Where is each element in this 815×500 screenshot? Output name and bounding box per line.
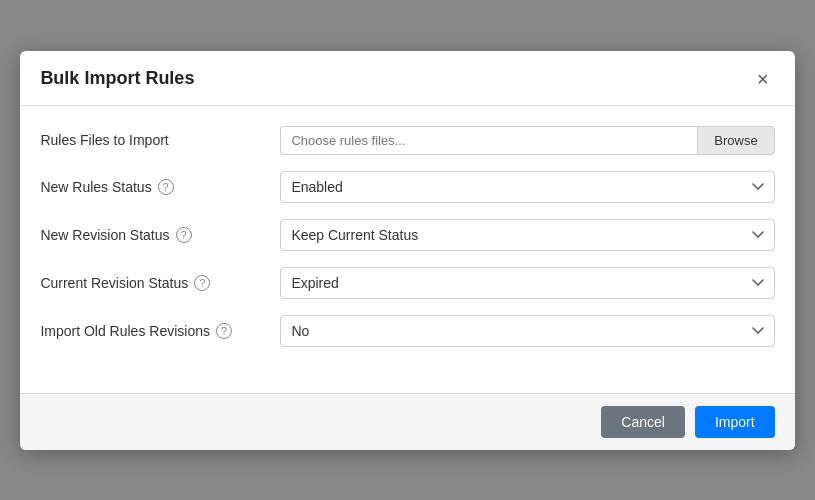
modal-footer: Cancel Import <box>20 393 794 450</box>
new-rules-status-row: New Rules Status ? Enabled Disabled <box>40 171 774 203</box>
modal-body: Rules Files to Import Browse New Rules S… <box>20 106 794 393</box>
current-revision-status-row: Current Revision Status ? Expired Enable… <box>40 267 774 299</box>
new-rules-status-select[interactable]: Enabled Disabled <box>280 171 774 203</box>
import-old-rules-select[interactable]: No Yes <box>280 315 774 347</box>
modal-header: Bulk Import Rules × <box>20 51 794 106</box>
browse-button[interactable]: Browse <box>697 126 774 155</box>
modal-title: Bulk Import Rules <box>40 68 194 89</box>
new-revision-status-control: Keep Current Status Enabled Disabled <box>280 219 774 251</box>
import-old-rules-help-icon: ? <box>216 323 232 339</box>
new-revision-status-help-icon: ? <box>176 227 192 243</box>
rules-files-row: Rules Files to Import Browse <box>40 126 774 155</box>
new-rules-status-label: New Rules Status ? <box>40 179 280 195</box>
cancel-button[interactable]: Cancel <box>601 406 685 438</box>
bulk-import-modal: Bulk Import Rules × Rules Files to Impor… <box>20 51 794 450</box>
rules-files-label: Rules Files to Import <box>40 132 280 148</box>
import-old-rules-row: Import Old Rules Revisions ? No Yes <box>40 315 774 347</box>
current-revision-status-label: Current Revision Status ? <box>40 275 280 291</box>
new-rules-status-control: Enabled Disabled <box>280 171 774 203</box>
current-revision-status-select[interactable]: Expired Enabled Disabled <box>280 267 774 299</box>
file-input-group: Browse <box>280 126 774 155</box>
new-revision-status-label: New Revision Status ? <box>40 227 280 243</box>
new-revision-status-select[interactable]: Keep Current Status Enabled Disabled <box>280 219 774 251</box>
new-rules-status-help-icon: ? <box>158 179 174 195</box>
rules-files-input[interactable] <box>280 126 697 155</box>
new-revision-status-row: New Revision Status ? Keep Current Statu… <box>40 219 774 251</box>
close-button[interactable]: × <box>751 67 775 91</box>
import-old-rules-label: Import Old Rules Revisions ? <box>40 323 280 339</box>
import-old-rules-control: No Yes <box>280 315 774 347</box>
current-revision-status-help-icon: ? <box>194 275 210 291</box>
current-revision-status-control: Expired Enabled Disabled <box>280 267 774 299</box>
import-button[interactable]: Import <box>695 406 775 438</box>
rules-files-control: Browse <box>280 126 774 155</box>
